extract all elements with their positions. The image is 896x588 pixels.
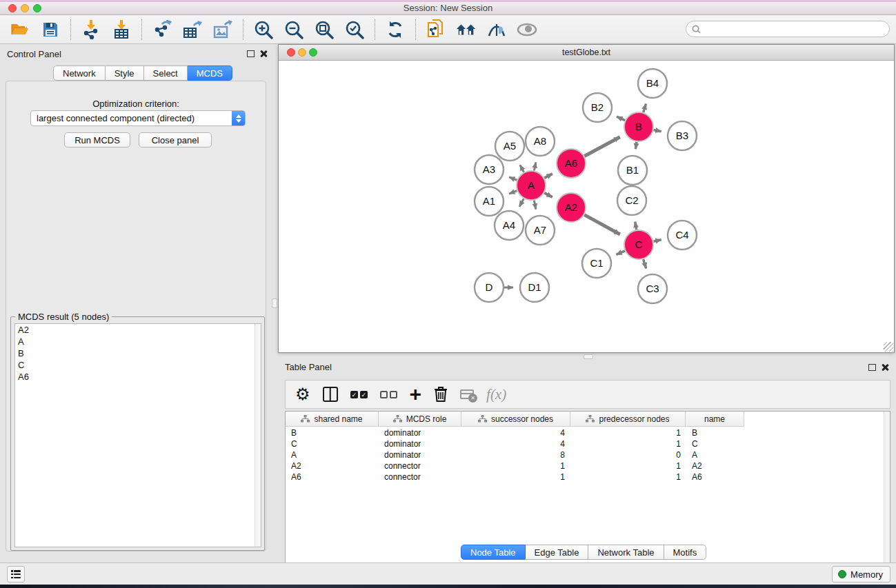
tab-style[interactable]: Style (106, 65, 144, 81)
export-network-icon[interactable] (152, 19, 172, 40)
delete-table-icon (460, 384, 474, 405)
graph-node-B3: B3 (668, 121, 697, 150)
cell-name: C (692, 438, 698, 449)
result-list-scrollbar[interactable] (255, 324, 261, 547)
svg-text:C4: C4 (675, 229, 688, 241)
graph-node-C1: C1 (582, 249, 611, 278)
split-columns-icon[interactable] (323, 384, 338, 405)
cell-predecessor-nodes: 1 (570, 438, 681, 449)
home-icon[interactable] (456, 19, 477, 40)
float-table-panel-icon[interactable] (868, 364, 876, 371)
deselect-all-icon[interactable] (380, 384, 397, 405)
main-toolbar (0, 15, 896, 44)
zoom-out-icon[interactable] (283, 19, 304, 40)
column-header-shared-name[interactable]: shared name (286, 412, 379, 427)
horizontal-split-handle[interactable] (584, 354, 593, 359)
memory-button[interactable]: Memory (832, 566, 890, 582)
graph-node-A2: A2 (557, 193, 586, 222)
optimization-criterion-select[interactable]: largest connected component (directed) (30, 110, 246, 126)
import-table-icon[interactable] (111, 19, 132, 40)
table-row[interactable]: A6 connector 1 1 A6 (286, 472, 890, 483)
cell-predecessor-nodes: 1 (570, 427, 681, 438)
run-mcds-button[interactable]: Run MCDS (64, 132, 130, 148)
cell-mcds-role: dominator (384, 449, 421, 460)
control-panel-title: Control Panel (7, 49, 61, 59)
refresh-icon[interactable] (385, 19, 406, 40)
graph-node-A3: A3 (475, 155, 504, 184)
tab-mcds[interactable]: MCDS (188, 65, 232, 81)
column-header-name[interactable]: name (686, 412, 744, 427)
vertical-split-handle[interactable] (272, 298, 277, 308)
close-panel-icon[interactable] (259, 50, 268, 58)
graph-node-C4: C4 (668, 221, 697, 250)
cell-mcds-role: dominator (384, 427, 421, 438)
column-header-successor-nodes[interactable]: successor nodes (461, 412, 570, 427)
tab-motifs[interactable]: Motifs (664, 545, 707, 560)
list-item[interactable]: A (15, 336, 261, 347)
table-panel-tabs: Node Table Edge Table Network Table Moti… (461, 545, 706, 560)
close-panel-button[interactable]: Close panel (139, 132, 212, 148)
list-item[interactable]: B (15, 347, 261, 359)
network-canvas[interactable]: B4 B2 B B3 A8 A5 A6 A3 B1 A A1 C2 A2 A4 … (279, 61, 894, 352)
column-label: successor nodes (491, 414, 553, 424)
column-header-predecessor-nodes[interactable]: predecessor nodes (570, 412, 686, 427)
svg-text:B1: B1 (626, 164, 639, 176)
status-bar: Memory (0, 562, 896, 585)
add-column-icon[interactable]: + (410, 384, 422, 405)
table-row[interactable]: C dominator 4 1 C (286, 438, 890, 449)
task-history-button[interactable] (7, 566, 25, 582)
window-resize-grip[interactable] (884, 342, 893, 352)
table-row[interactable]: A2 connector 1 1 A2 (286, 460, 890, 472)
table-scrollbar[interactable] (884, 412, 890, 582)
dropdown-stepper-icon (232, 111, 245, 125)
network-files-icon[interactable] (426, 19, 446, 40)
cell-shared-name: A (291, 449, 297, 460)
export-image-icon[interactable] (212, 19, 233, 40)
save-session-icon[interactable] (40, 19, 61, 40)
select-all-icon[interactable]: ✓✓ (350, 384, 368, 405)
import-network-icon[interactable] (81, 19, 101, 40)
gear-icon[interactable]: ⚙ (295, 384, 310, 405)
hide-details-icon[interactable] (486, 19, 507, 40)
search-input[interactable] (701, 22, 889, 36)
svg-text:B4: B4 (646, 77, 659, 89)
table-row[interactable]: B dominator 4 1 B (286, 427, 890, 438)
float-panel-icon[interactable] (247, 50, 255, 57)
list-item[interactable]: C (15, 359, 261, 371)
zoom-selected-icon[interactable] (344, 19, 365, 40)
tab-select[interactable]: Select (144, 65, 188, 81)
column-label: shared name (314, 414, 362, 424)
cell-shared-name: B (291, 427, 297, 438)
table-toolbar: ⚙ ✓✓ + f(x) (285, 380, 890, 409)
svg-text:D1: D1 (528, 281, 541, 293)
list-item[interactable]: A6 (15, 371, 261, 383)
svg-text:A7: A7 (534, 224, 546, 236)
delete-column-icon[interactable] (434, 384, 448, 405)
table-row[interactable]: A dominator 8 0 A (286, 449, 890, 460)
search-field[interactable] (686, 21, 890, 37)
cell-shared-name: A2 (291, 460, 301, 472)
svg-text:A: A (528, 179, 535, 191)
zoom-in-icon[interactable] (253, 19, 274, 40)
list-item[interactable]: A2 (15, 324, 261, 336)
network-graph[interactable]: B4 B2 B B3 A8 A5 A6 A3 B1 A A1 C2 A2 A4 … (279, 61, 894, 352)
zoom-fit-icon[interactable] (314, 19, 335, 40)
tab-node-table[interactable]: Node Table (461, 545, 526, 560)
mcds-result-list[interactable]: A2 A B C A6 (14, 323, 261, 547)
cell-name: A2 (692, 460, 702, 472)
cell-successor-nodes: 1 (461, 460, 565, 472)
tab-network[interactable]: Network (53, 65, 106, 81)
export-table-icon[interactable] (182, 19, 203, 40)
graph-node-B: B (624, 112, 653, 141)
cell-mcds-role: dominator (384, 438, 421, 449)
graph-node-A6: A6 (557, 149, 586, 178)
tab-edge-table[interactable]: Edge Table (526, 545, 589, 560)
close-table-panel-icon[interactable] (881, 363, 889, 372)
column-header-mcds-role[interactable]: MCDS role (379, 412, 461, 427)
show-details-icon[interactable] (517, 19, 537, 40)
cell-successor-nodes: 4 (461, 438, 565, 449)
tab-network-table[interactable]: Network Table (588, 545, 664, 560)
svg-text:A6: A6 (565, 157, 577, 169)
open-file-icon[interactable] (10, 19, 30, 40)
graph-node-A7: A7 (526, 216, 555, 245)
